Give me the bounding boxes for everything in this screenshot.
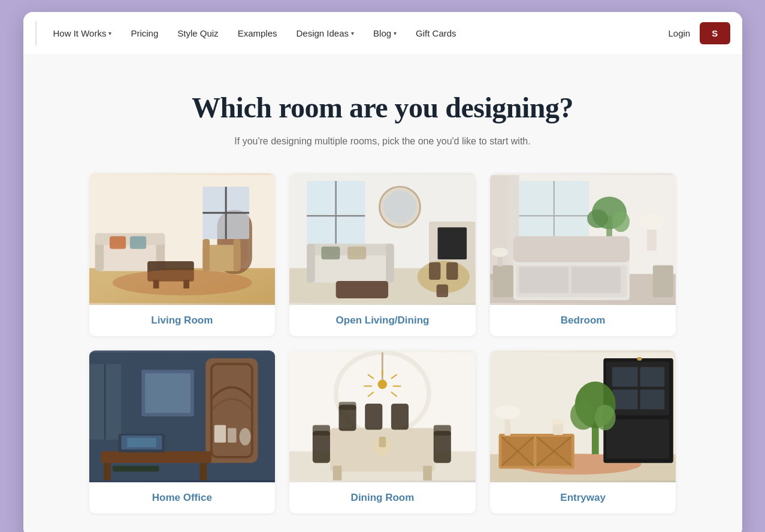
chevron-down-icon: ▾ (394, 30, 397, 37)
room-image-dining-room (289, 350, 476, 482)
svg-rect-34 (347, 247, 366, 259)
svg-point-61 (492, 248, 508, 258)
svg-rect-92 (333, 466, 342, 480)
svg-rect-27 (438, 228, 467, 259)
svg-point-51 (639, 213, 664, 229)
svg-rect-77 (127, 438, 156, 448)
room-image-living-room (89, 173, 276, 305)
svg-point-130 (551, 419, 565, 425)
nav-item-how-it-works[interactable]: How It Works ▾ (53, 28, 112, 38)
svg-rect-33 (322, 247, 340, 259)
svg-rect-37 (429, 262, 440, 280)
svg-rect-59 (653, 265, 673, 297)
chevron-down-icon: ▾ (351, 30, 354, 37)
nav-item-gift-cards[interactable]: Gift Cards (416, 28, 456, 38)
nav-item-pricing[interactable]: Pricing (131, 28, 158, 38)
navbar: How It Works ▾ Pricing Style Quiz Exampl… (23, 12, 742, 55)
svg-rect-78 (112, 466, 159, 472)
svg-rect-58 (493, 265, 513, 297)
svg-rect-39 (437, 285, 448, 297)
room-image-home-office (89, 350, 276, 482)
svg-point-71 (239, 428, 250, 445)
room-card-bedroom[interactable]: Bedroom (490, 173, 676, 336)
main-content: Which room are you designing? If you're … (23, 55, 742, 532)
svg-rect-56 (519, 267, 569, 294)
svg-rect-57 (572, 267, 621, 294)
svg-rect-93 (423, 466, 432, 480)
svg-rect-32 (386, 244, 394, 283)
svg-rect-112 (640, 367, 664, 386)
svg-rect-54 (513, 236, 630, 262)
svg-rect-101 (434, 425, 451, 436)
room-image-entryway (490, 350, 676, 482)
svg-rect-35 (336, 281, 388, 298)
svg-rect-97 (339, 402, 356, 410)
room-label-dining-room: Dining Room (289, 482, 476, 513)
room-label-bedroom: Bedroom (490, 305, 676, 336)
chevron-down-icon: ▾ (108, 30, 111, 37)
logo-divider (35, 22, 37, 46)
room-label-open-living: Open Living/Dining (289, 305, 476, 336)
room-card-dining-room[interactable]: Dining Room (289, 350, 476, 513)
svg-point-128 (595, 405, 616, 431)
svg-rect-114 (640, 389, 664, 409)
svg-rect-19 (233, 239, 240, 271)
svg-rect-109 (606, 419, 669, 459)
room-card-home-office[interactable]: Home Office (89, 350, 276, 513)
nav-right: Login S (668, 22, 730, 44)
room-card-open-living-dining[interactable]: Open Living/Dining (289, 173, 476, 336)
svg-rect-103 (379, 437, 386, 447)
page-subtitle: If you're designing multiple rooms, pick… (47, 136, 718, 147)
svg-rect-113 (612, 389, 638, 409)
room-card-living-room[interactable]: Living Room (89, 173, 276, 336)
svg-point-25 (383, 191, 416, 223)
room-label-entryway: Entryway (490, 482, 676, 513)
svg-rect-69 (214, 425, 225, 443)
svg-rect-98 (365, 404, 382, 430)
svg-point-16 (112, 270, 252, 295)
svg-point-127 (570, 401, 596, 430)
browser-window: How It Works ▾ Pricing Style Quiz Exampl… (23, 12, 742, 532)
room-image-bedroom (490, 173, 676, 305)
svg-rect-18 (202, 239, 210, 271)
nav-item-examples[interactable]: Examples (238, 28, 277, 38)
svg-rect-95 (313, 425, 330, 436)
nav-item-style-quiz[interactable]: Style Quiz (177, 28, 218, 38)
svg-rect-72 (101, 451, 211, 463)
svg-rect-74 (199, 463, 207, 480)
svg-rect-70 (228, 428, 237, 442)
room-image-open-living (289, 173, 476, 305)
page-title: Which room are you designing? (47, 91, 718, 124)
svg-rect-66 (145, 373, 191, 413)
room-card-entryway[interactable]: Entryway (490, 350, 676, 513)
svg-rect-38 (446, 262, 458, 280)
nav-item-blog[interactable]: Blog ▾ (373, 28, 397, 38)
room-label-living-room: Living Room (89, 305, 276, 336)
room-label-home-office: Home Office (89, 482, 276, 513)
svg-rect-31 (307, 244, 315, 283)
svg-rect-111 (612, 367, 638, 386)
svg-point-49 (612, 211, 630, 232)
svg-rect-100 (434, 431, 451, 463)
svg-point-124 (495, 406, 521, 419)
svg-rect-94 (313, 431, 330, 463)
room-grid: Living Room (89, 173, 676, 513)
svg-rect-67 (205, 358, 258, 463)
svg-point-82 (378, 380, 388, 389)
svg-rect-12 (129, 236, 146, 249)
svg-rect-110 (637, 357, 642, 361)
nav-links: How It Works ▾ Pricing Style Quiz Exampl… (53, 28, 669, 38)
nav-item-design-ideas[interactable]: Design Ideas ▾ (296, 28, 354, 38)
svg-rect-73 (104, 463, 111, 480)
login-link[interactable]: Login (668, 28, 690, 38)
svg-rect-11 (109, 236, 125, 249)
svg-point-48 (587, 209, 608, 228)
svg-rect-99 (391, 404, 409, 430)
cta-button[interactable]: S (700, 22, 730, 44)
